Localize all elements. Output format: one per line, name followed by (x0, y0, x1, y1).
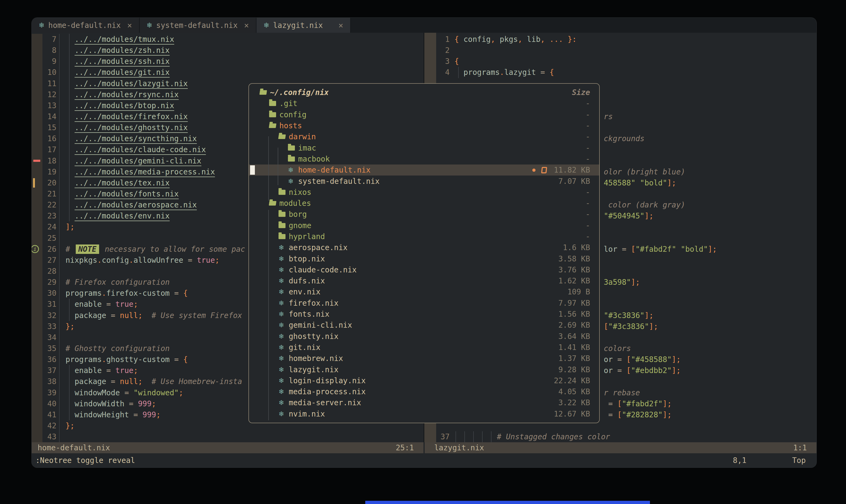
editor-line-right-2[interactable]: 3{ (424, 56, 816, 67)
tree-row-lazygit.nix[interactable]: ❄lazygit.nix9.28 KB (249, 364, 599, 375)
editor-line-7[interactable]: 7 ../../modules/tmux.nix (32, 34, 424, 45)
sign-column-cell (32, 354, 42, 365)
editor-line-9[interactable]: 9 ../../modules/ssh.nix (32, 56, 424, 67)
folder-closed-icon (278, 234, 286, 239)
tree-row-config[interactable]: config- (249, 109, 599, 120)
occluded-line-fragment: or = ["#458588"]; (604, 355, 681, 364)
nix-file-icon: ❄ (278, 299, 289, 307)
code-token-punc: ; (138, 377, 143, 386)
sign-column-cell (424, 34, 436, 45)
desktop: ❄home-default.nix×❄system-default.nix×❄l… (0, 0, 846, 504)
code-token-id: programs (66, 355, 102, 364)
indent-guide (482, 431, 483, 442)
tree-row-media-process.nix[interactable]: ❄media-process.nix4.05 KB (249, 386, 599, 397)
tab-close-icon[interactable]: × (339, 21, 343, 30)
tree-item-label: aerospace.nix (289, 243, 347, 252)
code-token-str: "#ebdbb2" (631, 366, 672, 375)
code-token-null: null (120, 377, 138, 386)
code-token-com: # Use system Firefox (143, 311, 242, 320)
line-number: 12 (42, 89, 59, 100)
code-token-com: ckgrounds (604, 134, 644, 143)
tab-close-icon[interactable]: × (244, 21, 249, 30)
code-token-punc: [ (626, 366, 631, 375)
editor-line-right-1[interactable]: 2 (424, 45, 816, 56)
code-token-str: 3a598" (604, 278, 631, 287)
code-token-id: windowWidth (75, 399, 124, 408)
line-number: 32 (42, 310, 59, 321)
tree-row-.git[interactable]: .git- (249, 98, 599, 109)
tree-row-modules[interactable]: modules- (249, 198, 599, 209)
editor-line-right-36[interactable]: 37# Unstagged changes color (424, 431, 816, 442)
tree-row-nvim.nix[interactable]: ❄nvim.nix12.67 KB (249, 409, 599, 419)
editor-line-10[interactable]: 10 ../../modules/git.nix (32, 67, 424, 78)
file-size: - (586, 99, 599, 108)
indent-guide (69, 89, 70, 100)
tree-row-borg[interactable]: borg- (249, 209, 599, 220)
tree-row-firefox.nix[interactable]: ❄firefox.nix7.97 KB (249, 298, 599, 309)
tree-row-imac[interactable]: imac- (249, 142, 599, 153)
neotree-float-window[interactable]: ~/.config/nixSize.git-config-hosts-darwi… (248, 83, 600, 423)
tab-lazygit.nix[interactable]: ❄lazygit.nix× (257, 18, 351, 33)
tree-row-login-display.nix[interactable]: ❄login-display.nix22.24 KB (249, 375, 599, 386)
occluded-line-fragment: color (dark gray) (604, 200, 685, 209)
tab-system-default.nix[interactable]: ❄system-default.nix× (140, 18, 257, 33)
sign-column-cell (32, 398, 42, 409)
indent-guide (69, 310, 70, 321)
tree-row-fonts.nix[interactable]: ❄fonts.nix1.56 KB (249, 309, 599, 320)
tree-row-hosts[interactable]: hosts- (249, 120, 599, 131)
line-number: 34 (42, 332, 59, 343)
tree-row-home-default.nix[interactable]: ❄home-default.nix11.82 KB (249, 164, 599, 176)
occluded-line-fragment: or = ["#ebdbb2"]; (604, 366, 681, 375)
file-size: 109 B (568, 287, 599, 296)
tree-row-nixos[interactable]: nixos- (249, 187, 599, 198)
code-token-op: = (106, 311, 120, 320)
nix-file-icon: ❄ (278, 332, 289, 340)
tree-item-label: gnome (289, 221, 311, 230)
tree-row-media-server.nix[interactable]: ❄media-server.nix3.22 KB (249, 397, 599, 408)
sign-column-cell (32, 310, 42, 321)
code-token-path: ../../modules/ghostty.nix (75, 123, 188, 132)
tree-row-aerospace.nix[interactable]: ❄aerospace.nix1.6 KB (249, 242, 599, 253)
editor-line-8[interactable]: 8 ../../modules/zsh.nix (32, 45, 424, 56)
statusline-left-position: 25:1 (396, 443, 414, 452)
sign-column-cell: i (32, 244, 42, 255)
code-token-punc: , (518, 35, 527, 44)
code-token-op: = (613, 366, 626, 375)
tree-row-homebrew.nix[interactable]: ❄homebrew.nix1.37 KB (249, 353, 599, 364)
code-token-ws (66, 366, 75, 375)
tree-row-claude-code.nix[interactable]: ❄claude-code.nix3.76 KB (249, 264, 599, 275)
line-number: 13 (42, 100, 59, 111)
editor-line-right-0[interactable]: 1{ config, pkgs, lib, ... }: (424, 34, 816, 45)
tree-row-macbook[interactable]: macbook- (249, 154, 599, 164)
tab-home-default.nix[interactable]: ❄home-default.nix× (32, 18, 140, 33)
indent-guide (455, 431, 456, 442)
code-text: # Unstagged changes color (452, 431, 816, 442)
indent-guide (69, 365, 70, 376)
tree-row-dufs.nix[interactable]: ❄dufs.nix1.62 KB (249, 275, 599, 286)
code-token-path: ../../modules/lazygit.nix (75, 79, 188, 88)
tab-close-icon[interactable]: × (127, 21, 132, 30)
tree-item-label: btop.nix (289, 254, 325, 263)
command-line[interactable]: :Neotree toggle reveal 8,1 Top (32, 453, 816, 468)
code-token-punc: . (102, 355, 106, 364)
sign-column-cell (32, 233, 42, 244)
line-number: 11 (42, 78, 59, 89)
tree-row-git.nix[interactable]: ❄git.nix1.41 KB (249, 342, 599, 353)
editor-line-43[interactable]: 43 (32, 431, 424, 442)
tree-row-env.nix[interactable]: ❄env.nix109 B (249, 286, 599, 298)
occluded-line-fragment: 458588" "bold"]; (604, 178, 676, 187)
tree-row-hyprland[interactable]: hyprland- (249, 231, 599, 242)
code-token-id: or (604, 355, 613, 364)
tree-row-ghostty.nix[interactable]: ❄ghostty.nix3.64 KB (249, 331, 599, 342)
sign-column-cell (32, 343, 42, 354)
code-token-id: pkgs (500, 35, 518, 44)
tree-row-gnome[interactable]: gnome- (249, 220, 599, 231)
editor-line-right-3[interactable]: 4 programs.lazygit = { (424, 67, 816, 78)
tree-row-gemini-cli.nix[interactable]: ❄gemini-cli.nix2.69 KB (249, 320, 599, 331)
tree-row-system-default.nix[interactable]: ❄system-default.nix7.07 KB (249, 176, 599, 186)
code-token-ws (66, 300, 75, 309)
tree-row-darwin[interactable]: darwin- (249, 131, 599, 142)
statusline-right: lazygit.nix 1:1 (425, 442, 816, 453)
tree-row-btop.nix[interactable]: ❄btop.nix3.58 KB (249, 253, 599, 264)
tree-root-row[interactable]: ~/.config/nixSize (249, 87, 599, 98)
